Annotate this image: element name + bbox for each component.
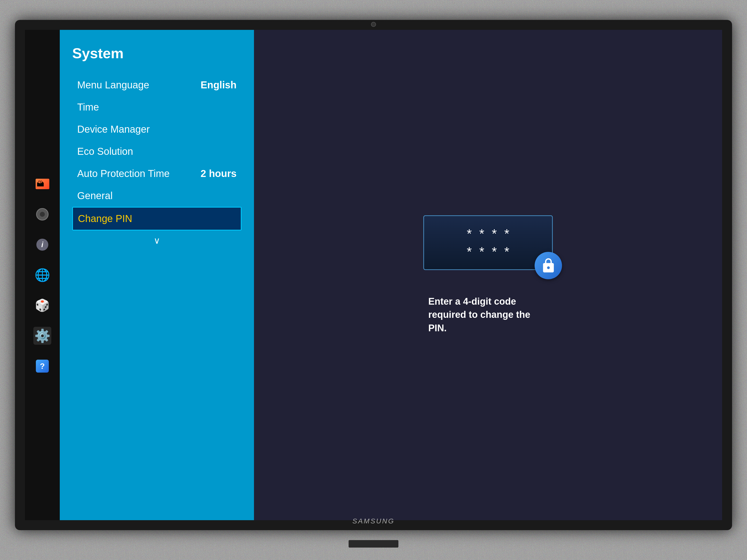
menu-item-change-pin-label: Change PIN — [78, 213, 132, 224]
menu-item-time-label: Time — [77, 102, 99, 113]
sidebar-icon-sound[interactable] — [33, 205, 51, 223]
settings-icon: ⚙️ — [34, 328, 51, 344]
menu-item-device-manager[interactable]: Device Manager — [72, 118, 241, 140]
menu-item-change-pin[interactable]: Change PIN — [72, 207, 241, 231]
photo-icon — [35, 179, 49, 189]
pin-dot-2-4: * — [504, 245, 509, 258]
tv-frame: i 🌐 🎲 ⚙️ ? System Menu Languag — [15, 20, 732, 530]
pin-description: Enter a 4-digit code required to change … — [428, 295, 548, 335]
menu-item-time[interactable]: Time — [72, 96, 241, 118]
support-icon: ? — [36, 359, 49, 373]
globe-icon: 🌐 — [34, 268, 50, 282]
tv-screen: i 🌐 🎲 ⚙️ ? System Menu Languag — [25, 30, 722, 520]
pin-dot-2-1: * — [467, 245, 472, 258]
system-menu-panel: System Menu Language English Time Device… — [60, 30, 254, 520]
menu-item-general-label: General — [77, 190, 112, 202]
pin-dot-1-3: * — [492, 227, 497, 240]
menu-item-general[interactable]: General — [72, 185, 241, 207]
pin-row-2: * * * * — [467, 245, 510, 258]
apps-icon: 🎲 — [35, 298, 50, 312]
menu-item-auto-protection-label: Auto Protection Time — [77, 168, 170, 179]
speaker-icon — [36, 208, 49, 220]
lock-icon — [540, 258, 557, 274]
menu-item-auto-protection-value: 2 hours — [201, 168, 236, 179]
sidebar-icon-support[interactable]: ? — [33, 357, 51, 375]
pin-dot-2-3: * — [492, 245, 497, 258]
info-icon: i — [36, 239, 48, 250]
sidebar: i 🌐 🎲 ⚙️ ? — [25, 30, 60, 520]
pin-dot-1-4: * — [504, 227, 509, 240]
menu-item-device-manager-label: Device Manager — [77, 124, 150, 135]
scroll-down-indicator: ∨ — [72, 236, 241, 246]
info-panel: * * * * * * * * — [254, 30, 722, 520]
sidebar-icon-smarthub[interactable]: 🎲 — [33, 296, 51, 314]
sidebar-icon-network[interactable]: 🌐 — [33, 266, 51, 284]
sidebar-icon-photo[interactable] — [33, 175, 51, 193]
menu-item-eco-solution[interactable]: Eco Solution — [72, 140, 241, 162]
pin-dot-1-1: * — [467, 227, 472, 240]
tv-base — [349, 540, 398, 548]
samsung-logo: SAMSUNG — [352, 517, 395, 525]
pin-display-box: * * * * * * * * — [423, 215, 553, 270]
sidebar-icon-info[interactable]: i — [33, 236, 51, 254]
system-menu-title: System — [72, 45, 241, 61]
menu-item-auto-protection[interactable]: Auto Protection Time 2 hours — [72, 162, 241, 185]
menu-item-language[interactable]: Menu Language English — [72, 74, 241, 96]
pin-dot-2-2: * — [479, 245, 484, 258]
webcam — [371, 22, 376, 27]
lock-icon-container — [535, 252, 562, 279]
menu-item-language-label: Menu Language — [77, 79, 149, 90]
menu-item-language-value: English — [201, 79, 236, 90]
pin-dot-1-2: * — [479, 227, 484, 240]
sidebar-icon-settings[interactable]: ⚙️ — [33, 327, 51, 345]
menu-item-eco-solution-label: Eco Solution — [77, 146, 133, 157]
pin-row-1: * * * * — [467, 227, 510, 240]
